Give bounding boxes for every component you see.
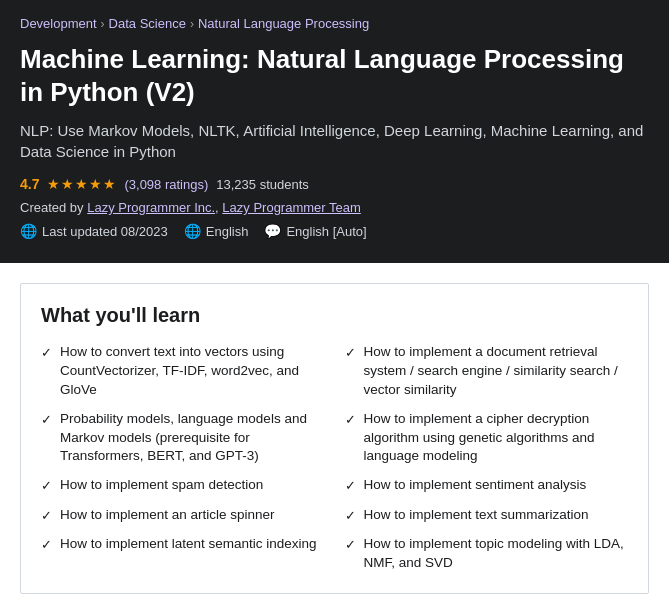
learn-item-3-text: How to implement spam detection bbox=[60, 476, 263, 495]
star-5: ★ bbox=[103, 176, 116, 192]
created-by-label: Created by bbox=[20, 200, 84, 215]
learn-item-4: ✓ How to implement an article spinner bbox=[41, 506, 325, 525]
learn-item-2: ✓ Probability models, language models an… bbox=[41, 410, 325, 467]
learn-item-r4-text: How to implement text summarization bbox=[364, 506, 589, 525]
check-icon-1: ✓ bbox=[41, 344, 52, 362]
learn-grid: ✓ How to convert text into vectors using… bbox=[41, 343, 628, 573]
breadcrumb-sep-2: › bbox=[190, 17, 194, 31]
learn-item-r1: ✓ How to implement a document retrieval … bbox=[345, 343, 629, 400]
captions-icon: 💬 bbox=[264, 223, 281, 239]
breadcrumb: Development › Data Science › Natural Lan… bbox=[20, 16, 649, 31]
meta-row: 🌐 Last updated 08/2023 🌐 English 💬 Engli… bbox=[20, 223, 649, 239]
stars: ★ ★ ★ ★ ★ bbox=[47, 176, 116, 192]
learn-item-r2-text: How to implement a cipher decryption alg… bbox=[364, 410, 629, 467]
learn-item-1-text: How to convert text into vectors using C… bbox=[60, 343, 325, 400]
check-icon-r5: ✓ bbox=[345, 536, 356, 554]
learn-title: What you'll learn bbox=[41, 304, 628, 327]
students-count: 13,235 students bbox=[216, 177, 309, 192]
breadcrumb-data-science[interactable]: Data Science bbox=[109, 16, 186, 31]
header-section: Development › Data Science › Natural Lan… bbox=[0, 0, 669, 263]
learn-items-left: ✓ How to convert text into vectors using… bbox=[41, 343, 325, 573]
language-item: 🌐 English bbox=[184, 223, 249, 239]
last-updated-text: Last updated 08/2023 bbox=[42, 224, 168, 239]
learn-items-right: ✓ How to implement a document retrieval … bbox=[345, 343, 629, 573]
captions-text: English [Auto] bbox=[286, 224, 366, 239]
clock-icon: 🌐 bbox=[20, 223, 37, 239]
learn-item-r3: ✓ How to implement sentiment analysis bbox=[345, 476, 629, 495]
breadcrumb-sep-1: › bbox=[101, 17, 105, 31]
course-subtitle: NLP: Use Markov Models, NLTK, Artificial… bbox=[20, 120, 649, 162]
learn-item-r1-text: How to implement a document retrieval sy… bbox=[364, 343, 629, 400]
rating-count: (3,098 ratings) bbox=[124, 177, 208, 192]
learn-item-r5-text: How to implement topic modeling with LDA… bbox=[364, 535, 629, 573]
star-4: ★ bbox=[89, 176, 102, 192]
rating-score: 4.7 bbox=[20, 176, 39, 192]
learn-item-3: ✓ How to implement spam detection bbox=[41, 476, 325, 495]
learn-item-5-text: How to implement latent semantic indexin… bbox=[60, 535, 317, 554]
creator-2-link[interactable]: Lazy Programmer Team bbox=[222, 200, 360, 215]
check-icon-5: ✓ bbox=[41, 536, 52, 554]
learn-item-1: ✓ How to convert text into vectors using… bbox=[41, 343, 325, 400]
check-icon-r2: ✓ bbox=[345, 411, 356, 429]
language-text: English bbox=[206, 224, 249, 239]
breadcrumb-nlp: Natural Language Processing bbox=[198, 16, 369, 31]
check-icon-4: ✓ bbox=[41, 507, 52, 525]
captions-item: 💬 English [Auto] bbox=[264, 223, 366, 239]
check-icon-r1: ✓ bbox=[345, 344, 356, 362]
learn-item-r3-text: How to implement sentiment analysis bbox=[364, 476, 587, 495]
learn-item-4-text: How to implement an article spinner bbox=[60, 506, 275, 525]
learn-item-r2: ✓ How to implement a cipher decryption a… bbox=[345, 410, 629, 467]
creator-1-link[interactable]: Lazy Programmer Inc. bbox=[87, 200, 215, 215]
learn-item-r4: ✓ How to implement text summarization bbox=[345, 506, 629, 525]
learn-item-2-text: Probability models, language models and … bbox=[60, 410, 325, 467]
check-icon-3: ✓ bbox=[41, 477, 52, 495]
star-2: ★ bbox=[61, 176, 74, 192]
language-icon: 🌐 bbox=[184, 223, 201, 239]
created-by-row: Created by Lazy Programmer Inc., Lazy Pr… bbox=[20, 200, 649, 215]
check-icon-r3: ✓ bbox=[345, 477, 356, 495]
check-icon-r4: ✓ bbox=[345, 507, 356, 525]
rating-row: 4.7 ★ ★ ★ ★ ★ (3,098 ratings) 13,235 stu… bbox=[20, 176, 649, 192]
last-updated-item: 🌐 Last updated 08/2023 bbox=[20, 223, 168, 239]
breadcrumb-development[interactable]: Development bbox=[20, 16, 97, 31]
learn-item-r5: ✓ How to implement topic modeling with L… bbox=[345, 535, 629, 573]
learn-item-5: ✓ How to implement latent semantic index… bbox=[41, 535, 325, 554]
course-title: Machine Learning: Natural Language Proce… bbox=[20, 43, 649, 108]
star-1: ★ bbox=[47, 176, 60, 192]
star-3: ★ bbox=[75, 176, 88, 192]
learn-section: What you'll learn ✓ How to convert text … bbox=[20, 283, 649, 594]
check-icon-2: ✓ bbox=[41, 411, 52, 429]
